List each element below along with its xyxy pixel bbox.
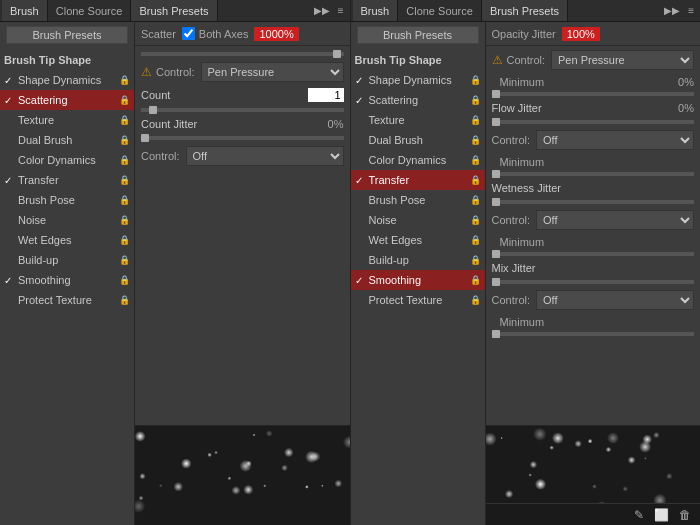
toolbar-btn-3[interactable]: 🗑 (676, 508, 694, 522)
right-minimum2-label: Minimum (500, 156, 695, 168)
right-flow-jitter-row: Flow Jitter 0% (492, 102, 695, 114)
left-count-jitter-row: Count Jitter 0% (141, 118, 344, 130)
right-control-select2[interactable]: Off (536, 130, 694, 150)
right-item-dual-brush[interactable]: Dual Brush 🔒 (351, 130, 485, 150)
right-wetness-slider[interactable] (492, 200, 695, 204)
right-tab-clone[interactable]: Clone Source (398, 0, 482, 21)
toolbar-btn-2[interactable]: ⬜ (651, 508, 672, 522)
left-count-label: Count (141, 89, 308, 101)
right-bottom-toolbar: ✎ ⬜ 🗑 (486, 503, 701, 525)
left-both-axes-checkbox[interactable] (182, 27, 195, 40)
left-control-select2[interactable]: Off (186, 146, 344, 166)
right-item-color-dynamics[interactable]: Color Dynamics 🔒 (351, 150, 485, 170)
right-item-smoothing[interactable]: ✓ Smoothing 🔒 (351, 270, 485, 290)
right-preview-area: PS.Csh ✎ ⬜ 🗑 (486, 425, 701, 525)
right-item-wet-edges[interactable]: Wet Edges 🔒 (351, 230, 485, 250)
right-minimum4-slider[interactable] (492, 332, 695, 336)
left-item-wet-edges[interactable]: Wet Edges 🔒 (0, 230, 134, 250)
left-count-input[interactable] (308, 88, 344, 102)
left-tab-clone[interactable]: Clone Source (48, 0, 132, 21)
left-panel-content: Brush Presets Brush Tip Shape ✓ Shape Dy… (0, 22, 350, 525)
left-count-slider[interactable] (141, 108, 344, 112)
right-right-content: Opacity Jitter 100% ⚠ Control: Pen Press… (486, 22, 701, 525)
right-tab-bar: Brush Clone Source Brush Presets ▶▶ ≡ (351, 0, 701, 22)
right-item-shape-dynamics[interactable]: ✓ Shape Dynamics 🔒 (351, 70, 485, 90)
left-scatter-slider[interactable] (141, 52, 344, 56)
left-warning-icon: ⚠ (141, 65, 152, 79)
left-count-jitter-value: 0% (314, 118, 344, 130)
left-item-dual-brush[interactable]: Dual Brush 🔒 (0, 130, 134, 150)
right-brush-tip-shape-header[interactable]: Brush Tip Shape (351, 50, 485, 70)
right-flow-slider[interactable] (492, 120, 695, 124)
left-item-noise[interactable]: Noise 🔒 (0, 210, 134, 230)
left-brush-list-items: Brush Tip Shape ✓ Shape Dynamics 🔒 ✓ Sca… (0, 48, 134, 525)
right-tab-menu[interactable]: ≡ (684, 5, 698, 16)
left-item-smoothing[interactable]: ✓ Smoothing 🔒 (0, 270, 134, 290)
left-item-texture[interactable]: Texture 🔒 (0, 110, 134, 130)
left-scatter-label: Scatter (141, 28, 176, 40)
right-tab-presets[interactable]: Brush Presets (482, 0, 568, 21)
left-tab-bar: Brush Clone Source Brush Presets ▶▶ ≡ (0, 0, 350, 22)
right-opacity-value: 100% (562, 27, 600, 41)
left-panel: Brush Clone Source Brush Presets ▶▶ ≡ Br… (0, 0, 351, 525)
right-brush-list: Brush Presets Brush Tip Shape ✓ Shape Dy… (351, 22, 486, 525)
left-item-brush-pose[interactable]: Brush Pose 🔒 (0, 190, 134, 210)
right-minimum-label: Minimum (500, 76, 665, 88)
right-item-transfer[interactable]: ✓ Transfer 🔒 (351, 170, 485, 190)
right-minimum3-row: Minimum (492, 236, 695, 248)
left-item-transfer[interactable]: ✓ Transfer 🔒 (0, 170, 134, 190)
right-brush-list-items: Brush Tip Shape ✓ Shape Dynamics 🔒 ✓ Sca… (351, 48, 485, 525)
right-panel: Brush Clone Source Brush Presets ▶▶ ≡ Br… (351, 0, 701, 525)
toolbar-btn-1[interactable]: ✎ (631, 508, 647, 522)
right-control-select[interactable]: Pen Pressure (551, 50, 694, 70)
left-control-select[interactable]: Pen Pressure (201, 62, 344, 82)
right-control-row4: Control: Off (492, 290, 695, 310)
right-control-row2: Control: Off (492, 130, 695, 150)
left-item-buildup[interactable]: Build-up 🔒 (0, 250, 134, 270)
right-flow-jitter-label: Flow Jitter (492, 102, 665, 114)
left-tab-presets[interactable]: Brush Presets (131, 0, 217, 21)
left-count-jitter-slider[interactable] (141, 136, 344, 140)
right-item-brush-pose[interactable]: Brush Pose 🔒 (351, 190, 485, 210)
left-control-row: ⚠ Control: Pen Pressure (141, 62, 344, 82)
right-control-row3: Control: Off (492, 210, 695, 230)
left-tab-expand[interactable]: ▶▶ (310, 5, 334, 16)
right-item-scattering[interactable]: ✓ Scattering 🔒 (351, 90, 485, 110)
left-scatter-value: 1000% (254, 27, 298, 41)
right-item-texture[interactable]: Texture 🔒 (351, 110, 485, 130)
left-count-jitter-label: Count Jitter (141, 118, 314, 130)
right-minimum3-slider[interactable] (492, 252, 695, 256)
right-control-label4: Control: (492, 294, 531, 306)
right-mix-jitter-row: Mix Jitter (492, 262, 695, 274)
right-minimum-value: 0% (664, 76, 694, 88)
left-both-axes-label: Both Axes (199, 28, 249, 40)
right-minimum2-slider[interactable] (492, 172, 695, 176)
right-brush-presets-btn[interactable]: Brush Presets (357, 26, 479, 44)
left-control-label: Control: (156, 66, 195, 78)
right-item-buildup[interactable]: Build-up 🔒 (351, 250, 485, 270)
right-control-select4[interactable]: Off (536, 290, 694, 310)
right-item-noise[interactable]: Noise 🔒 (351, 210, 485, 230)
left-item-color-dynamics[interactable]: Color Dynamics 🔒 (0, 150, 134, 170)
right-warning-icon: ⚠ (492, 53, 503, 67)
right-item-protect-texture[interactable]: Protect Texture 🔒 (351, 290, 485, 310)
right-control-select3[interactable]: Off (536, 210, 694, 230)
left-control-label2: Control: (141, 150, 180, 162)
left-tab-brush[interactable]: Brush (2, 0, 48, 21)
right-minimum-slider[interactable] (492, 92, 695, 96)
left-scatter-header: Scatter Both Axes 1000% (135, 22, 350, 46)
right-minimum4-label: Minimum (500, 316, 695, 328)
left-brush-presets-btn[interactable]: Brush Presets (6, 26, 128, 44)
left-preview-canvas (135, 426, 350, 525)
right-tab-brush[interactable]: Brush (353, 0, 399, 21)
right-minimum2-row: Minimum (492, 156, 695, 168)
right-tab-expand[interactable]: ▶▶ (660, 5, 684, 16)
right-wetness-label: Wetness Jitter (492, 182, 695, 194)
left-item-shape-dynamics[interactable]: ✓ Shape Dynamics 🔒 (0, 70, 134, 90)
left-item-protect-texture[interactable]: Protect Texture 🔒 (0, 290, 134, 310)
left-tab-menu[interactable]: ≡ (334, 5, 348, 16)
brush-tip-shape-header[interactable]: Brush Tip Shape (0, 50, 134, 70)
right-control-label2: Control: (492, 134, 531, 146)
right-mix-slider[interactable] (492, 280, 695, 284)
left-item-scattering[interactable]: ✓ Scattering 🔒 (0, 90, 134, 110)
